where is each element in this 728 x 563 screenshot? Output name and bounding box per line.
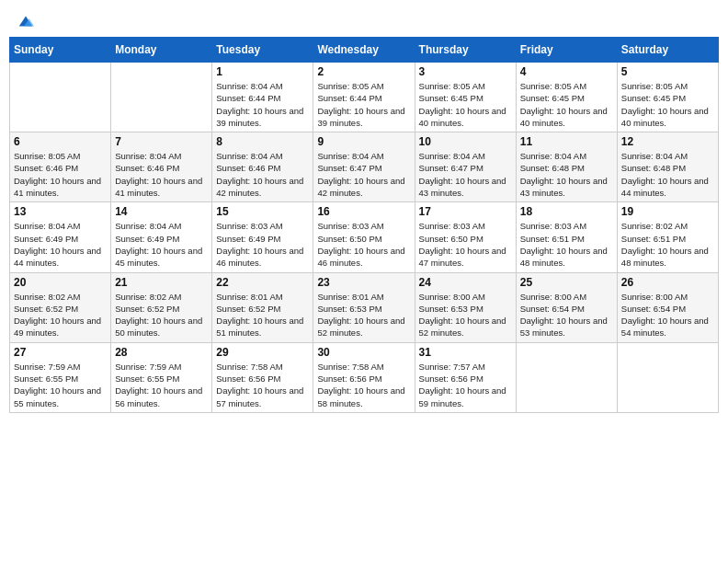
day-header-wednesday: Wednesday: [313, 38, 415, 63]
calendar-cell: 31Sunrise: 7:57 AM Sunset: 6:56 PM Dayli…: [415, 342, 516, 412]
day-number: 19: [621, 205, 714, 218]
calendar-cell: 1Sunrise: 8:04 AM Sunset: 6:44 PM Daylig…: [212, 63, 313, 132]
day-header-sunday: Sunday: [10, 38, 111, 63]
day-number: 24: [419, 276, 512, 289]
calendar-cell: 8Sunrise: 8:04 AM Sunset: 6:46 PM Daylig…: [212, 132, 313, 202]
day-info: Sunrise: 8:02 AM Sunset: 6:52 PM Dayligh…: [115, 291, 208, 339]
calendar-cell: 24Sunrise: 8:00 AM Sunset: 6:53 PM Dayli…: [415, 272, 516, 342]
day-info: Sunrise: 8:00 AM Sunset: 6:53 PM Dayligh…: [419, 291, 512, 339]
day-info: Sunrise: 8:03 AM Sunset: 6:51 PM Dayligh…: [520, 220, 613, 269]
day-info: Sunrise: 8:05 AM Sunset: 6:45 PM Dayligh…: [520, 80, 613, 129]
calendar-cell: 13Sunrise: 8:04 AM Sunset: 6:49 PM Dayli…: [10, 202, 111, 272]
calendar-week-row: 27Sunrise: 7:59 AM Sunset: 6:55 PM Dayli…: [10, 342, 719, 412]
day-header-saturday: Saturday: [617, 38, 718, 63]
day-info: Sunrise: 8:04 AM Sunset: 6:47 PM Dayligh…: [317, 150, 410, 199]
day-info: Sunrise: 7:59 AM Sunset: 6:55 PM Dayligh…: [14, 361, 107, 409]
day-number: 18: [520, 205, 613, 218]
day-number: 16: [317, 205, 410, 218]
day-number: 11: [520, 135, 613, 148]
calendar-cell: 26Sunrise: 8:00 AM Sunset: 6:54 PM Dayli…: [617, 272, 718, 342]
calendar-cell: 9Sunrise: 8:04 AM Sunset: 6:47 PM Daylig…: [313, 132, 415, 202]
day-number: 14: [115, 205, 208, 218]
calendar-cell: 21Sunrise: 8:02 AM Sunset: 6:52 PM Dayli…: [111, 272, 212, 342]
day-number: 29: [216, 346, 309, 359]
day-info: Sunrise: 8:04 AM Sunset: 6:44 PM Dayligh…: [216, 80, 309, 129]
calendar-cell: 25Sunrise: 8:00 AM Sunset: 6:54 PM Dayli…: [516, 272, 617, 342]
calendar-cell: 3Sunrise: 8:05 AM Sunset: 6:45 PM Daylig…: [415, 63, 516, 132]
day-info: Sunrise: 8:03 AM Sunset: 6:49 PM Dayligh…: [216, 220, 309, 269]
calendar-cell: 18Sunrise: 8:03 AM Sunset: 6:51 PM Dayli…: [516, 202, 617, 272]
day-number: 21: [115, 276, 208, 289]
day-number: 23: [317, 276, 410, 289]
day-info: Sunrise: 7:57 AM Sunset: 6:56 PM Dayligh…: [419, 361, 512, 409]
day-info: Sunrise: 8:05 AM Sunset: 6:44 PM Dayligh…: [317, 80, 410, 129]
day-info: Sunrise: 8:02 AM Sunset: 6:51 PM Dayligh…: [621, 220, 714, 269]
day-info: Sunrise: 8:04 AM Sunset: 6:49 PM Dayligh…: [115, 220, 208, 269]
calendar-cell: 10Sunrise: 8:04 AM Sunset: 6:47 PM Dayli…: [415, 132, 516, 202]
logo: [17, 13, 36, 26]
day-info: Sunrise: 8:05 AM Sunset: 6:45 PM Dayligh…: [621, 80, 714, 129]
calendar-cell: 19Sunrise: 8:02 AM Sunset: 6:51 PM Dayli…: [617, 202, 718, 272]
day-number: 27: [14, 346, 107, 359]
logo-icon: [17, 13, 34, 29]
calendar-cell: 27Sunrise: 7:59 AM Sunset: 6:55 PM Dayli…: [10, 342, 111, 412]
page-header: [9, 9, 719, 29]
calendar-cell: 7Sunrise: 8:04 AM Sunset: 6:46 PM Daylig…: [111, 132, 212, 202]
calendar-week-row: 1Sunrise: 8:04 AM Sunset: 6:44 PM Daylig…: [10, 63, 719, 132]
day-info: Sunrise: 8:04 AM Sunset: 6:49 PM Dayligh…: [14, 220, 107, 269]
day-number: 15: [216, 205, 309, 218]
day-number: 12: [621, 135, 714, 148]
day-header-tuesday: Tuesday: [212, 38, 313, 63]
day-info: Sunrise: 8:04 AM Sunset: 6:46 PM Dayligh…: [216, 150, 309, 199]
day-number: 28: [115, 346, 208, 359]
day-header-monday: Monday: [111, 38, 212, 63]
day-info: Sunrise: 8:00 AM Sunset: 6:54 PM Dayligh…: [621, 291, 714, 339]
day-number: 4: [520, 65, 613, 78]
day-number: 26: [621, 276, 714, 289]
calendar-cell: 29Sunrise: 7:58 AM Sunset: 6:56 PM Dayli…: [212, 342, 313, 412]
day-number: 13: [14, 205, 107, 218]
calendar-week-row: 13Sunrise: 8:04 AM Sunset: 6:49 PM Dayli…: [10, 202, 719, 272]
calendar-cell: [111, 63, 212, 132]
calendar-table: SundayMondayTuesdayWednesdayThursdayFrid…: [9, 37, 719, 413]
day-number: 7: [115, 135, 208, 148]
day-info: Sunrise: 8:04 AM Sunset: 6:47 PM Dayligh…: [419, 150, 512, 199]
day-info: Sunrise: 8:05 AM Sunset: 6:46 PM Dayligh…: [14, 150, 107, 199]
day-header-thursday: Thursday: [415, 38, 516, 63]
calendar-body: 1Sunrise: 8:04 AM Sunset: 6:44 PM Daylig…: [10, 63, 719, 413]
day-number: 9: [317, 135, 410, 148]
day-info: Sunrise: 8:03 AM Sunset: 6:50 PM Dayligh…: [317, 220, 410, 269]
calendar-cell: 23Sunrise: 8:01 AM Sunset: 6:53 PM Dayli…: [313, 272, 415, 342]
day-number: 8: [216, 135, 309, 148]
calendar-cell: 30Sunrise: 7:58 AM Sunset: 6:56 PM Dayli…: [313, 342, 415, 412]
day-info: Sunrise: 7:58 AM Sunset: 6:56 PM Dayligh…: [317, 361, 410, 409]
day-info: Sunrise: 8:03 AM Sunset: 6:50 PM Dayligh…: [419, 220, 512, 269]
day-info: Sunrise: 8:01 AM Sunset: 6:52 PM Dayligh…: [216, 291, 309, 339]
calendar-cell: [10, 63, 111, 132]
day-number: 22: [216, 276, 309, 289]
calendar-cell: 15Sunrise: 8:03 AM Sunset: 6:49 PM Dayli…: [212, 202, 313, 272]
day-number: 6: [14, 135, 107, 148]
calendar-cell: 11Sunrise: 8:04 AM Sunset: 6:48 PM Dayli…: [516, 132, 617, 202]
calendar-cell: [617, 342, 718, 412]
calendar-cell: 28Sunrise: 7:59 AM Sunset: 6:55 PM Dayli…: [111, 342, 212, 412]
day-info: Sunrise: 7:59 AM Sunset: 6:55 PM Dayligh…: [115, 361, 208, 409]
calendar-week-row: 6Sunrise: 8:05 AM Sunset: 6:46 PM Daylig…: [10, 132, 719, 202]
day-number: 1: [216, 65, 309, 78]
day-number: 10: [419, 135, 512, 148]
day-number: 25: [520, 276, 613, 289]
calendar-cell: 17Sunrise: 8:03 AM Sunset: 6:50 PM Dayli…: [415, 202, 516, 272]
day-number: 2: [317, 65, 410, 78]
day-number: 30: [317, 346, 410, 359]
calendar-cell: 12Sunrise: 8:04 AM Sunset: 6:48 PM Dayli…: [617, 132, 718, 202]
day-header-friday: Friday: [516, 38, 617, 63]
calendar-cell: 14Sunrise: 8:04 AM Sunset: 6:49 PM Dayli…: [111, 202, 212, 272]
calendar-cell: 22Sunrise: 8:01 AM Sunset: 6:52 PM Dayli…: [212, 272, 313, 342]
day-info: Sunrise: 8:02 AM Sunset: 6:52 PM Dayligh…: [14, 291, 107, 339]
day-number: 20: [14, 276, 107, 289]
calendar-week-row: 20Sunrise: 8:02 AM Sunset: 6:52 PM Dayli…: [10, 272, 719, 342]
calendar-cell: 6Sunrise: 8:05 AM Sunset: 6:46 PM Daylig…: [10, 132, 111, 202]
calendar-cell: 4Sunrise: 8:05 AM Sunset: 6:45 PM Daylig…: [516, 63, 617, 132]
day-info: Sunrise: 8:04 AM Sunset: 6:48 PM Dayligh…: [621, 150, 714, 199]
day-info: Sunrise: 8:04 AM Sunset: 6:46 PM Dayligh…: [115, 150, 208, 199]
